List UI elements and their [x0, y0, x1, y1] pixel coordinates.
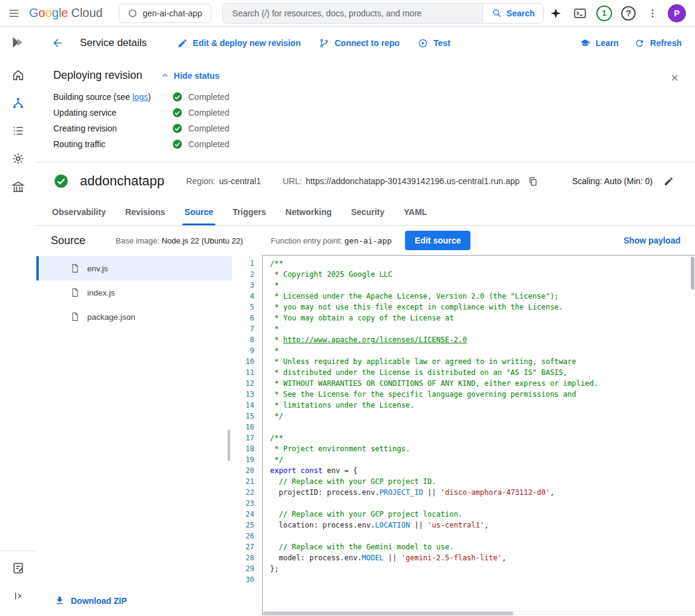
search-input[interactable]	[223, 4, 483, 23]
code-editor[interactable]: 1234567891011121314151617181920212223242…	[232, 255, 695, 615]
line-number: 18	[232, 443, 254, 454]
back-button[interactable]	[44, 30, 71, 56]
sidebar-expand-panel-button[interactable]	[4, 584, 33, 608]
download-zip-button[interactable]: Download ZIP	[54, 595, 127, 606]
deploy-status-value: Completed	[172, 91, 229, 102]
gemini-button[interactable]	[544, 1, 568, 25]
code-line: * Project environment settings.	[270, 443, 695, 454]
edit-scaling-button[interactable]	[660, 173, 677, 190]
line-number: 1	[232, 258, 254, 269]
notification-count-badge: 1	[596, 5, 612, 21]
notifications-button[interactable]: 1	[592, 1, 616, 25]
entry-point-label: Function entry point:	[271, 236, 342, 245]
deploy-status-row: Building source (see logs)Completed	[53, 89, 680, 105]
file-item-env.js[interactable]: env.js	[36, 256, 232, 280]
editor-horizontal-scrollbar-thumb[interactable]	[263, 612, 513, 615]
tab-source[interactable]: Source	[175, 199, 223, 225]
hide-status-button[interactable]: Hide status	[160, 71, 219, 81]
code-line: */	[270, 454, 695, 465]
line-number: 21	[232, 476, 254, 487]
file-panel-scrollbar[interactable]	[228, 429, 230, 461]
service-header: addonchatapp Region: us-central1 URL: ht…	[36, 162, 695, 199]
test-button[interactable]: Test	[413, 33, 455, 53]
sidebar-item-integrations[interactable]	[4, 147, 33, 171]
refresh-button[interactable]: Refresh	[630, 33, 687, 53]
code-content[interactable]: /** * Copyright 2025 Google LLC * * Lice…	[262, 255, 695, 615]
code-line: // Replace with the Gemini model to use.	[270, 541, 695, 552]
hide-status-label: Hide status	[174, 71, 219, 81]
line-number: 11	[232, 367, 254, 378]
line-number: 24	[232, 509, 254, 520]
edit-pencil-icon	[664, 176, 674, 187]
sidebar-item-home[interactable]	[4, 63, 33, 87]
sidebar-item-services[interactable]	[4, 91, 33, 115]
edit-deploy-button[interactable]: Edit & deploy new revision	[173, 33, 306, 53]
tab-security[interactable]: Security	[341, 199, 394, 225]
file-item-package.json[interactable]: package.json	[36, 305, 232, 329]
help-icon: ?	[621, 6, 636, 21]
code-token: /**	[270, 259, 283, 268]
source-workspace: env.jsindex.jspackage.json Download ZIP …	[36, 255, 695, 615]
code-token: // Replace with the Gemini model to use.	[270, 543, 453, 551]
code-line: // Replace with your GCP project ID.	[270, 476, 695, 487]
code-line	[270, 498, 695, 509]
code-token	[296, 466, 300, 475]
code-token: PROJECT_ID	[380, 488, 423, 497]
code-token: * WITHOUT WARRANTIES OR CONDITIONS OF AN…	[270, 379, 598, 388]
hamburger-icon	[8, 7, 20, 19]
cloud-shell-button[interactable]	[568, 1, 592, 25]
editor-horizontal-scrollbar[interactable]	[263, 611, 695, 615]
base-image-value: Node.js 22 (Ubuntu 22)	[162, 236, 243, 245]
edit-source-button[interactable]: Edit source	[405, 231, 470, 250]
search-button-label: Search	[507, 8, 535, 18]
deploy-status-row: Routing trafficCompleted	[53, 136, 680, 152]
app-root: Google Cloud gen-ai-chat-app Search	[0, 0, 695, 615]
file-item-index.js[interactable]: index.js	[36, 280, 232, 305]
pencil-icon	[177, 38, 188, 48]
learn-button[interactable]: Learn	[575, 33, 624, 53]
deploy-status-label: Building source (see logs)	[53, 92, 172, 102]
tab-observability[interactable]: Observability	[42, 199, 116, 225]
code-line: * http://www.apache.org/licenses/LICENSE…	[270, 334, 695, 345]
code-line: * Licensed under the Apache License, Ver…	[270, 291, 695, 302]
help-button[interactable]: ?	[616, 1, 641, 25]
search-button[interactable]: Search	[483, 4, 544, 23]
service-scaling: Scaling: Auto (Min: 0)	[572, 173, 677, 190]
close-status-button[interactable]	[664, 67, 685, 88]
connect-repo-button[interactable]: Connect to repo	[314, 33, 404, 53]
copy-url-button[interactable]	[524, 173, 541, 190]
file-icon	[70, 263, 80, 273]
service-name: addonchatapp	[80, 173, 164, 189]
sidebar-item-organization[interactable]	[4, 174, 33, 199]
logo-letter: g	[52, 6, 59, 19]
editor-vertical-scrollbar[interactable]	[691, 257, 694, 290]
code-token: http://www.apache.org/licenses/LICENSE-2…	[283, 336, 467, 344]
source-bar: Source Base image: Node.js 22 (Ubuntu 22…	[36, 226, 695, 255]
code-token: * distributed under the License is distr…	[270, 368, 567, 377]
learn-icon	[580, 38, 590, 48]
tab-networking[interactable]: Networking	[276, 199, 341, 225]
line-number: 9	[232, 345, 254, 356]
code-token: *	[270, 281, 278, 290]
logs-link[interactable]: logs	[133, 92, 148, 102]
tab-triggers[interactable]: Triggers	[223, 199, 275, 225]
more-options-button[interactable]	[641, 1, 665, 25]
show-payload-link[interactable]: Show payload	[619, 231, 685, 250]
account-button[interactable]: P	[665, 1, 689, 25]
copy-icon	[528, 176, 538, 187]
google-cloud-logo: Google Cloud	[29, 6, 103, 20]
sidebar-item-release-notes[interactable]	[4, 556, 33, 580]
code-token: ||	[410, 521, 427, 529]
tab-yaml[interactable]: YAML	[394, 199, 436, 225]
main-menu-button[interactable]	[0, 0, 28, 27]
project-picker[interactable]: gen-ai-chat-app	[119, 4, 211, 23]
logo-letter: o	[39, 6, 45, 19]
code-line: * WITHOUT WARRANTIES OR CONDITIONS OF AN…	[270, 378, 695, 389]
code-line: * You may obtain a copy of the License a…	[270, 313, 695, 323]
tab-revisions[interactable]: Revisions	[116, 199, 175, 225]
sidebar-item-jobs[interactable]	[4, 119, 33, 143]
logo-google-text: Google	[29, 6, 68, 20]
project-icon	[128, 8, 137, 18]
scaling-text: Scaling: Auto (Min: 0)	[572, 176, 653, 186]
check-circle-icon	[172, 91, 183, 102]
